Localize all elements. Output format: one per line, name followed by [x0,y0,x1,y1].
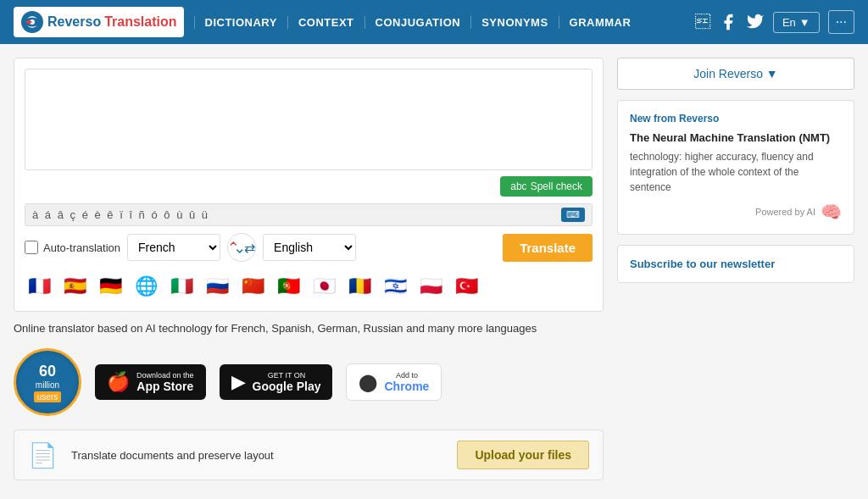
appstore-button[interactable]: 🍎 Download on the App Store [95,364,206,400]
stats-label: million [36,380,59,390]
twitter-icon[interactable] [746,13,765,31]
flag-french[interactable]: 🇫🇷 [25,272,53,301]
ai-icon: 🧠 [821,202,842,222]
stats-sublabel: users [34,391,61,402]
source-text-input[interactable] [25,69,593,170]
flag-romanian[interactable]: 🇷🇴 [345,272,374,301]
nav-synonyms[interactable]: SYNONYMS [471,16,559,29]
logo[interactable]: ReversoTranslation [14,7,184,37]
flag-turkish[interactable]: 🇹🇷 [452,272,481,301]
special-chars: à á â ç é è ê ï î ñ ó ô ù û ü [32,208,209,221]
flag-portuguese[interactable]: 🇵🇹 [274,272,303,301]
apple-icon: 🍎 [107,371,130,393]
chrome-icon: ⬤ [359,372,377,392]
header-right:  En ▼ ··· [695,10,854,34]
spell-check-bar: abc Spell check [25,173,593,200]
promo-row: 60 million users 🍎 Download on the App S… [14,348,604,416]
googleplay-icon: ▶ [231,371,246,393]
stats-number: 60 [39,363,56,380]
flag-spanish[interactable]: 🇪🇸 [60,272,89,301]
flag-hebrew[interactable]: 🇮🇱 [381,272,409,301]
flag-russian[interactable]: 🇷🇺 [203,272,231,301]
swap-languages-button[interactable]: ⇄ [227,233,256,262]
chrome-button[interactable]: ⬤ Add to Chrome [346,363,442,401]
document-bar: 📄 Translate documents and preserve layou… [14,430,604,480]
facebook-icon[interactable]:  [695,14,710,31]
translator-box: abc Spell check à á â ç é è ê ï î ñ ó ô … [14,58,604,312]
flag-italian[interactable]: 🇮🇹 [167,272,196,301]
flag-german[interactable]: 🇩🇪 [96,272,125,301]
powered-text: Powered by AI [755,207,815,217]
news-body: technology: higher accuracy, fluency and… [630,149,842,195]
nav-context[interactable]: CONTEXT [288,16,365,29]
more-button[interactable]: ··· [828,10,854,34]
googleplay-text: GET IT ON Google Play [253,371,321,393]
googleplay-button[interactable]: ▶ GET IT ON Google Play [220,364,333,400]
logo-translation: Translation [104,14,176,30]
chrome-text: Add to Chrome [384,371,429,393]
upload-files-button[interactable]: Upload your files [457,441,589,469]
subscribe-card: Subscribe to our newsletter [617,245,854,283]
keyboard-icon[interactable]: ⌨ [561,208,585,222]
facebook-icon[interactable] [719,13,737,31]
join-reverso-button[interactable]: Join Reverso ▼ [617,58,854,90]
document-description: Translate documents and preserve layout [71,449,443,462]
news-title: The Neural Machine Translation (NMT) [630,131,842,144]
flag-polish[interactable]: 🇵🇱 [416,272,445,301]
source-language-select[interactable]: French Spanish German Russian Italian [127,234,220,261]
main-wrapper: abc Spell check à á â ç é è ê ï î ñ ó ô … [0,44,868,494]
flag-japanese[interactable]: 🇯🇵 [309,272,338,301]
language-selector[interactable]: En ▼ [773,12,820,33]
news-card: New from Reverso The Neural Machine Tran… [617,100,854,235]
nav-bar: DICTIONARY CONTEXT CONJUGATION SYNONYMS … [194,16,685,29]
flag-arabic[interactable]: 🌐 [131,272,160,301]
nav-grammar[interactable]: GRAMMAR [559,16,642,29]
right-column: Join Reverso ▼ New from Reverso The Neur… [617,58,854,480]
auto-translation-control: Auto-translation [25,241,120,254]
logo-icon [20,10,44,34]
translate-button[interactable]: Translate [503,234,593,262]
char-bar: à á â ç é è ê ï î ñ ó ô ù û ü ⌨ [25,203,593,226]
site-description: Online translator based on AI technology… [14,322,604,335]
document-icon: 📄 [28,441,58,469]
nav-conjugation[interactable]: CONJUGATION [365,16,472,29]
target-language-select[interactable]: English French Spanish German [263,234,356,261]
swap-icon [229,240,244,255]
controls-row: Auto-translation French Spanish German R… [25,233,593,262]
subscribe-title: Subscribe to our newsletter [630,258,842,270]
news-tag: New from Reverso [630,113,842,125]
left-column: abc Spell check à á â ç é è ê ï î ñ ó ô … [14,58,604,480]
auto-translation-label: Auto-translation [43,241,120,254]
flag-chinese[interactable]: 🇨🇳 [238,272,267,301]
header: ReversoTranslation DICTIONARY CONTEXT CO… [0,0,868,44]
flags-row: 🇫🇷 🇪🇸 🇩🇪 🌐 🇮🇹 🇷🇺 🇨🇳 🇵🇹 🇯🇵 🇷🇴 🇮🇱 🇵🇱 🇹🇷 [25,272,593,301]
spell-check-button[interactable]: abc Spell check [500,176,593,197]
logo-reverso: Reverso [47,14,101,30]
nav-dictionary[interactable]: DICTIONARY [194,16,288,29]
auto-translation-checkbox[interactable] [25,241,38,254]
stats-badge: 60 million users [14,348,81,416]
news-footer: Powered by AI 🧠 [630,202,842,222]
spell-check-icon: abc [510,180,526,192]
appstore-text: Download on the App Store [136,371,194,393]
